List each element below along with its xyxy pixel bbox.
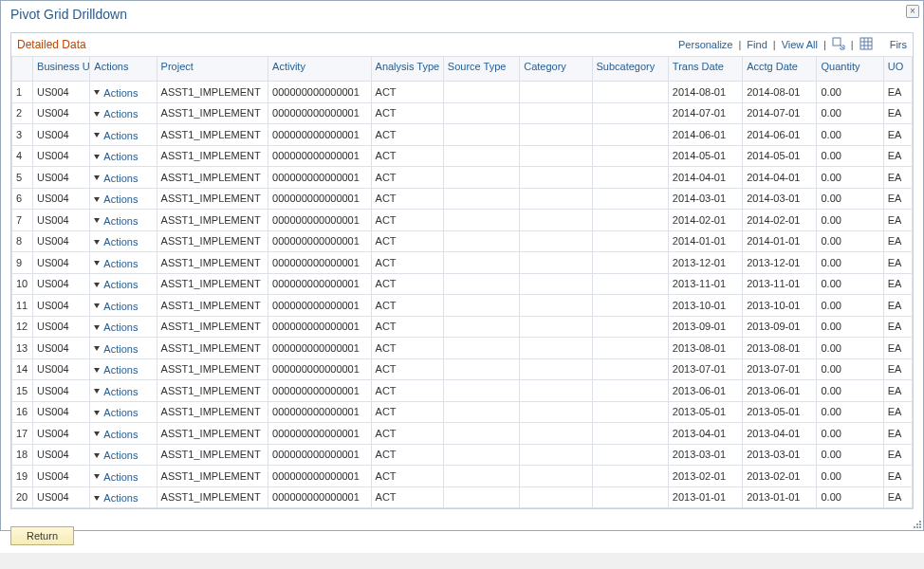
return-button[interactable]: Return xyxy=(10,526,74,545)
cell-activity: 000000000000001 xyxy=(268,167,371,189)
cell-trans-date: 2013-05-01 xyxy=(668,401,742,423)
col-project[interactable]: Project xyxy=(157,57,268,82)
cell-subcategory xyxy=(592,188,668,210)
chevron-down-icon xyxy=(94,197,100,202)
cell-quantity: 0.00 xyxy=(817,401,883,423)
actions-dropdown[interactable]: Actions xyxy=(94,258,138,269)
cell-quantity: 0.00 xyxy=(817,145,883,167)
svg-rect-0 xyxy=(833,38,841,46)
actions-dropdown[interactable]: Actions xyxy=(94,215,138,227)
cell-index: 16 xyxy=(12,401,33,423)
col-uom[interactable]: UO xyxy=(883,57,912,82)
cell-subcategory xyxy=(592,423,668,445)
table-row: 4US004ActionsASST1_IMPLEMENT000000000000… xyxy=(12,145,913,167)
col-quantity[interactable]: Quantity xyxy=(817,57,883,82)
actions-dropdown[interactable]: Actions xyxy=(94,151,138,162)
col-actions[interactable]: Actions xyxy=(90,57,157,82)
cell-source-type xyxy=(443,423,519,445)
cell-subcategory xyxy=(592,252,668,274)
cell-business-unit: US004 xyxy=(33,380,90,402)
spreadsheet-icon[interactable] xyxy=(859,37,873,52)
chevron-down-icon xyxy=(94,218,100,223)
actions-label: Actions xyxy=(103,301,138,312)
separator: | xyxy=(822,39,828,50)
col-trans-date[interactable]: Trans Date xyxy=(668,57,742,82)
find-link[interactable]: Find xyxy=(747,39,767,50)
actions-dropdown[interactable]: Actions xyxy=(94,386,138,397)
actions-dropdown[interactable]: Actions xyxy=(94,343,138,355)
cell-trans-date: 2014-07-01 xyxy=(668,102,742,124)
paging-label: Firs xyxy=(890,39,907,50)
cell-actions: Actions xyxy=(90,423,157,445)
actions-dropdown[interactable]: Actions xyxy=(94,193,138,205)
actions-dropdown[interactable]: Actions xyxy=(94,471,138,483)
cell-activity: 000000000000001 xyxy=(268,486,371,508)
cell-acctg-date: 2013-07-01 xyxy=(743,358,817,380)
cell-category xyxy=(520,230,592,252)
actions-dropdown[interactable]: Actions xyxy=(94,492,138,504)
cell-activity: 000000000000001 xyxy=(268,273,371,295)
chevron-down-icon xyxy=(94,175,100,180)
actions-dropdown[interactable]: Actions xyxy=(94,450,138,461)
actions-dropdown[interactable]: Actions xyxy=(94,301,138,312)
table-row: 10US004ActionsASST1_IMPLEMENT00000000000… xyxy=(12,273,913,295)
cell-project: ASST1_IMPLEMENT xyxy=(157,102,268,124)
actions-dropdown[interactable]: Actions xyxy=(94,236,138,248)
actions-dropdown[interactable]: Actions xyxy=(94,429,138,440)
actions-label: Actions xyxy=(103,321,138,333)
col-subcategory[interactable]: Subcategory xyxy=(592,57,668,82)
col-category[interactable]: Category xyxy=(520,57,592,82)
cell-project: ASST1_IMPLEMENT xyxy=(157,401,268,423)
cell-actions: Actions xyxy=(90,273,157,295)
col-acctg-date[interactable]: Acctg Date xyxy=(743,57,817,82)
cell-subcategory xyxy=(592,102,668,124)
cell-trans-date: 2013-10-01 xyxy=(668,295,742,317)
cell-activity: 000000000000001 xyxy=(268,423,371,445)
view-all-link[interactable]: View All xyxy=(782,39,818,50)
personalize-link[interactable]: Personalize xyxy=(678,39,732,50)
col-source-type[interactable]: Source Type xyxy=(443,57,519,82)
actions-dropdown[interactable]: Actions xyxy=(94,108,138,119)
col-activity[interactable]: Activity xyxy=(268,57,371,82)
cell-quantity: 0.00 xyxy=(817,358,883,380)
cell-analysis-type: ACT xyxy=(371,145,443,167)
col-analysis-type[interactable]: Analysis Type xyxy=(371,57,443,82)
table-row: 8US004ActionsASST1_IMPLEMENT000000000000… xyxy=(12,230,913,252)
cell-index: 10 xyxy=(12,273,33,295)
cell-category xyxy=(520,124,592,146)
cell-business-unit: US004 xyxy=(33,295,90,317)
zoom-icon[interactable] xyxy=(832,37,845,52)
cell-index: 1 xyxy=(12,82,33,103)
cell-source-type xyxy=(443,486,519,508)
cell-activity: 000000000000001 xyxy=(268,188,371,210)
cell-acctg-date: 2014-08-01 xyxy=(743,82,817,103)
close-button[interactable]: × xyxy=(906,5,919,18)
cell-source-type xyxy=(443,252,519,274)
resize-grip[interactable] xyxy=(909,516,923,530)
cell-subcategory xyxy=(592,145,668,167)
actions-dropdown[interactable]: Actions xyxy=(94,407,138,418)
actions-dropdown[interactable]: Actions xyxy=(94,130,138,141)
cell-subcategory xyxy=(592,316,668,338)
chevron-down-icon xyxy=(94,346,100,351)
cell-trans-date: 2014-05-01 xyxy=(668,145,742,167)
actions-dropdown[interactable]: Actions xyxy=(94,321,138,333)
cell-source-type xyxy=(443,188,519,210)
col-business-unit[interactable]: Business Unit xyxy=(33,57,90,82)
cell-subcategory xyxy=(592,273,668,295)
cell-quantity: 0.00 xyxy=(817,102,883,124)
cell-acctg-date: 2013-01-01 xyxy=(743,486,817,508)
actions-dropdown[interactable]: Actions xyxy=(94,364,138,376)
cell-uom: EA xyxy=(883,316,912,338)
actions-dropdown[interactable]: Actions xyxy=(94,87,138,99)
actions-dropdown[interactable]: Actions xyxy=(94,173,138,184)
actions-label: Actions xyxy=(103,364,138,376)
cell-subcategory xyxy=(592,167,668,189)
horizontal-scrollbar[interactable] xyxy=(0,553,924,569)
cell-activity: 000000000000001 xyxy=(268,444,371,466)
actions-dropdown[interactable]: Actions xyxy=(94,279,138,290)
cell-activity: 000000000000001 xyxy=(268,124,371,146)
cell-project: ASST1_IMPLEMENT xyxy=(157,486,268,508)
cell-category xyxy=(520,295,592,317)
cell-analysis-type: ACT xyxy=(371,230,443,252)
